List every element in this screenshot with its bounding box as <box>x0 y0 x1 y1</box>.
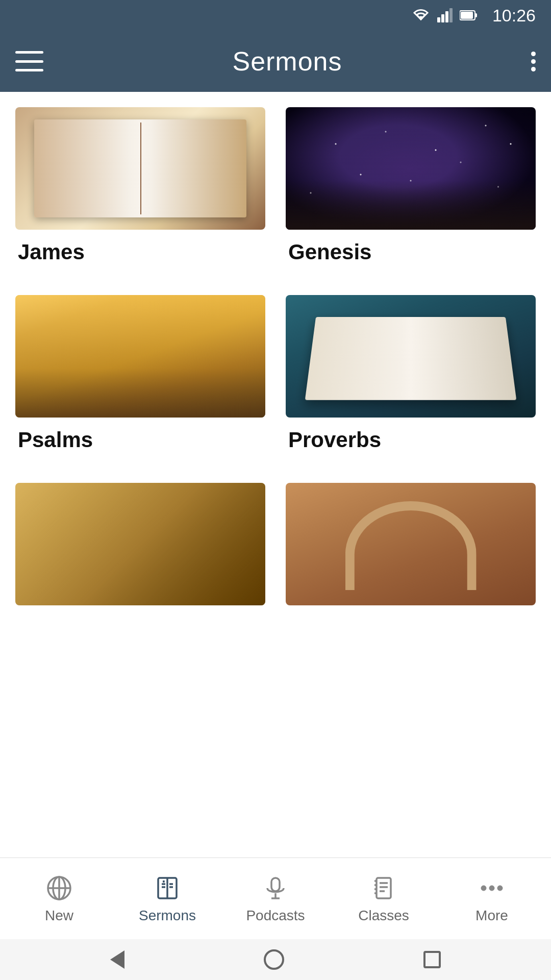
android-home-button[interactable] <box>264 949 284 970</box>
nav-label-more: More <box>475 908 508 924</box>
svg-rect-22 <box>377 878 391 898</box>
sermon-label-psalms: Psalms <box>15 428 265 452</box>
hamburger-menu-icon[interactable] <box>15 51 43 71</box>
sermon-image-james <box>15 107 265 230</box>
sermon-image-hebrew <box>15 483 265 605</box>
bible-icon <box>153 874 182 902</box>
sermon-label-james: James <box>15 240 265 264</box>
nav-label-new: New <box>45 908 73 924</box>
sermon-image-psalms <box>15 295 265 418</box>
bottom-navigation: New Sermons Podc <box>0 857 551 939</box>
sermon-card-james[interactable]: James <box>15 107 265 264</box>
app-title: Sermons <box>43 46 531 77</box>
top-app-bar: Sermons <box>0 31 551 92</box>
sermon-image-arch <box>286 483 536 605</box>
globe-icon <box>45 874 73 902</box>
nav-item-more[interactable]: More <box>438 874 546 924</box>
svg-rect-1 <box>441 14 444 22</box>
sermon-label-proverbs: Proverbs <box>286 428 536 452</box>
nav-label-classes: Classes <box>358 908 409 924</box>
sermon-card-psalms[interactable]: Psalms <box>15 295 265 452</box>
overflow-menu-icon[interactable] <box>531 52 536 71</box>
nav-item-classes[interactable]: Classes <box>330 874 438 924</box>
more-dots-icon <box>478 874 506 902</box>
status-icons <box>412 8 478 22</box>
android-back-button[interactable] <box>110 950 124 969</box>
svg-point-31 <box>489 886 494 891</box>
svg-rect-0 <box>437 17 440 22</box>
svg-rect-5 <box>461 12 473 19</box>
android-nav-bar <box>0 939 551 980</box>
sermon-grid: James Genesis Psalms Proverbs <box>0 92 551 857</box>
svg-rect-6 <box>475 13 477 17</box>
sermon-card-arch[interactable] <box>286 483 536 616</box>
sermon-image-proverbs <box>286 295 536 418</box>
svg-point-32 <box>497 886 503 891</box>
nav-label-sermons: Sermons <box>139 908 196 924</box>
status-time: 10:26 <box>492 6 536 26</box>
android-recents-button[interactable] <box>423 951 441 968</box>
mic-icon <box>261 874 290 902</box>
signal-icon <box>437 8 453 22</box>
nav-item-sermons[interactable]: Sermons <box>113 874 221 924</box>
notebook-icon <box>369 874 398 902</box>
nav-label-podcasts: Podcasts <box>246 908 305 924</box>
battery-icon <box>460 10 478 21</box>
sermon-image-genesis <box>286 107 536 230</box>
sermon-card-proverbs[interactable]: Proverbs <box>286 295 536 452</box>
svg-rect-3 <box>449 8 453 22</box>
nav-item-new[interactable]: New <box>5 874 113 924</box>
sermon-card-hebrew[interactable] <box>15 483 265 616</box>
svg-rect-19 <box>271 878 280 891</box>
sermon-label-genesis: Genesis <box>286 240 536 264</box>
svg-point-30 <box>481 886 486 891</box>
sermon-card-genesis[interactable]: Genesis <box>286 107 536 264</box>
svg-rect-2 <box>445 11 448 22</box>
wifi-icon <box>412 8 430 22</box>
nav-item-podcasts[interactable]: Podcasts <box>221 874 330 924</box>
status-bar: 10:26 <box>0 0 551 31</box>
